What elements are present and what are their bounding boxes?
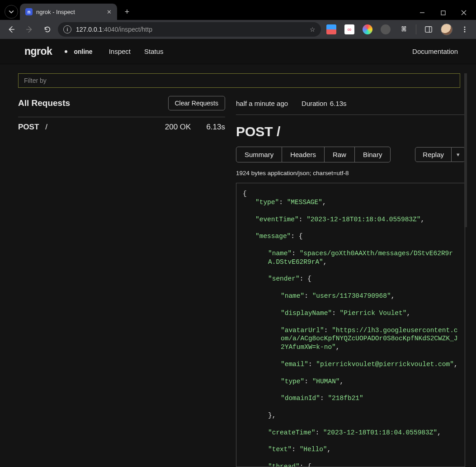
request-detail-panel: half a minute ago Duration 6.13s POST / … [236, 73, 467, 467]
tab-headers[interactable]: Headers [282, 147, 325, 162]
response-body-meta: 1924 bytes application/json; charset=utf… [236, 170, 465, 176]
svg-point-5 [464, 29, 465, 30]
svg-rect-2 [425, 27, 432, 33]
window-minimize-button[interactable] [412, 5, 433, 20]
request-status: 200 OK [165, 123, 191, 132]
side-panel-button[interactable] [421, 22, 436, 37]
detail-title: POST / [236, 124, 465, 139]
nav-status[interactable]: Status [144, 48, 164, 55]
caret-down-icon: ▾ [457, 151, 460, 158]
extension-2-icon[interactable]: ∞ [342, 22, 357, 37]
tab-summary[interactable]: Summary [236, 147, 282, 162]
response-json-body[interactable]: { "type": "MESSAGE", "eventTime": "2023-… [236, 183, 465, 467]
extension-4-icon[interactable] [378, 22, 393, 37]
page-root: ngrok online Inspect Status Documentatio… [0, 39, 476, 467]
arrow-left-icon [7, 25, 15, 33]
search-tabs-button[interactable] [5, 5, 18, 19]
chevron-down-icon [9, 9, 14, 14]
nav-docs[interactable]: Documentation [412, 48, 458, 55]
requests-heading: All Requests [18, 98, 70, 108]
detail-duration-label: Duration [302, 100, 327, 107]
arrow-right-icon [25, 25, 33, 33]
tab-favicon: n [25, 8, 33, 15]
window-close-button[interactable] [453, 5, 474, 20]
replay-dropdown-button[interactable]: ▾ [452, 147, 465, 162]
request-method: POST [18, 123, 39, 132]
svg-point-6 [464, 31, 465, 32]
browser-toolbar: i 127.0.0.1:4040/inspect/http ☆ ∞ [0, 20, 476, 39]
nav-forward-button[interactable] [22, 22, 37, 37]
toolbar-divider [416, 24, 416, 34]
window-controls [412, 5, 476, 20]
browser-tab[interactable]: n ngrok - Inspect ✕ [20, 4, 117, 20]
requests-panel: Filter by All Requests Clear Requests PO… [18, 73, 225, 467]
avatar-icon [441, 24, 452, 35]
new-tab-button[interactable]: + [121, 5, 133, 18]
tunnel-status: online [74, 48, 92, 55]
minimize-icon [419, 10, 425, 15]
detail-duration-value: 6.13s [330, 100, 347, 107]
site-info-icon[interactable]: i [63, 25, 71, 33]
extension-1-icon[interactable] [324, 22, 339, 37]
tab-raw[interactable]: Raw [325, 147, 355, 162]
url-text: 127.0.0.1:4040/inspect/http [76, 26, 152, 33]
nav-back-button[interactable] [4, 22, 19, 37]
svg-point-4 [464, 26, 465, 28]
window-title-bar: n ngrok - Inspect ✕ + [0, 0, 476, 20]
status-dot-icon [65, 50, 67, 53]
window-maximize-button[interactable] [433, 5, 453, 20]
address-bar[interactable]: i 127.0.0.1:4040/inspect/http ☆ [58, 22, 321, 37]
bookmark-star-button[interactable]: ☆ [310, 26, 316, 33]
nav-inspect[interactable]: Inspect [109, 48, 131, 55]
extension-3-icon[interactable] [360, 22, 375, 37]
detail-time-ago: half a minute ago [236, 100, 288, 107]
chrome-menu-button[interactable] [457, 22, 472, 37]
tab-binary[interactable]: Binary [355, 147, 391, 162]
filter-placeholder: Filter by [24, 77, 47, 84]
puzzle-icon [400, 25, 408, 33]
tab-title: ngrok - Inspect [36, 9, 103, 15]
reload-icon [43, 25, 52, 33]
replay-button[interactable]: Replay [415, 147, 452, 162]
tab-well: n ngrok - Inspect ✕ + [0, 4, 412, 20]
svg-rect-1 [441, 11, 445, 15]
close-icon [461, 10, 467, 15]
close-tab-button[interactable]: ✕ [107, 9, 112, 15]
request-duration: 6.13s [206, 123, 225, 132]
brand-logo[interactable]: ngrok [24, 45, 52, 57]
kebab-icon [461, 26, 468, 33]
nav-reload-button[interactable] [40, 22, 55, 37]
profile-button[interactable] [439, 22, 454, 37]
clear-requests-button[interactable]: Clear Requests [168, 96, 226, 110]
app-nav: ngrok online Inspect Status Documentatio… [0, 39, 476, 64]
side-panel-icon [424, 25, 433, 33]
extensions-menu-button[interactable] [396, 22, 411, 37]
content-area: Filter by All Requests Clear Requests PO… [0, 64, 476, 467]
detail-meta: half a minute ago Duration 6.13s [236, 100, 465, 115]
detail-tabs: Summary Headers Raw Binary Replay ▾ [236, 147, 465, 162]
maximize-icon [441, 10, 446, 15]
request-path: / [45, 123, 158, 132]
request-row[interactable]: POST / 200 OK 6.13s [18, 117, 225, 137]
